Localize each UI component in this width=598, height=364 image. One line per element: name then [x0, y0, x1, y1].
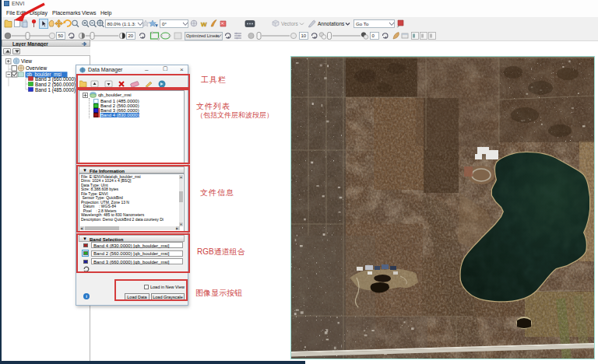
svg-text:Optimized Linear: Optimized Linear [186, 33, 219, 38]
svg-text:View: View [21, 58, 32, 64]
svg-text:Annotations: Annotations [318, 21, 345, 26]
svg-text:0°: 0° [162, 21, 167, 26]
svg-text:Go To: Go To [356, 21, 369, 26]
svg-text:20: 20 [128, 33, 134, 38]
svg-text:10: 10 [301, 33, 307, 38]
svg-text:Band 1 (485.0000): Band 1 (485.0000) [35, 87, 76, 93]
svg-text:50: 50 [58, 33, 64, 38]
svg-text:80.0% (1:1.3:: 80.0% (1:1.3: [107, 21, 136, 26]
svg-text:Overview: Overview [26, 65, 47, 71]
svg-text:Vectors: Vectors [281, 21, 298, 26]
svg-text:W: W [201, 21, 207, 28]
